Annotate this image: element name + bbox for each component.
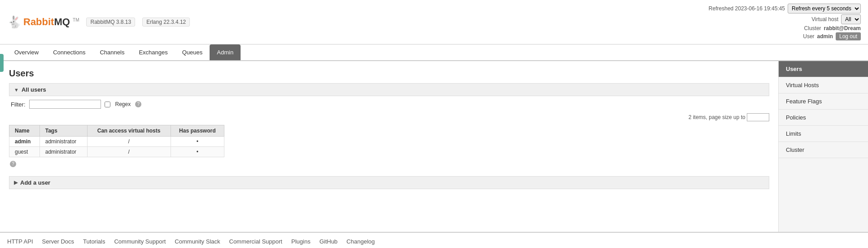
nav-connections[interactable]: Connections: [46, 44, 92, 60]
footer-link-community-slack[interactable]: Community Slack: [175, 238, 220, 245]
sidebar-item-cluster[interactable]: Cluster: [779, 142, 868, 158]
user-password-guest: •: [171, 147, 224, 157]
pagination-info: 2 items, page size up to 100: [9, 113, 769, 121]
regex-checkbox[interactable]: [105, 102, 110, 107]
col-has-password: Has password: [171, 125, 224, 137]
user-value: admin: [817, 33, 833, 40]
user-tags-admin: administrator: [39, 137, 87, 147]
rabbit-icon: 🐇: [7, 15, 22, 29]
regex-help-icon[interactable]: ?: [135, 101, 141, 107]
filter-label: Filter:: [11, 101, 26, 108]
sidebar-item-users[interactable]: Users: [779, 61, 868, 77]
all-users-section-header[interactable]: ▼ All users: [9, 83, 769, 96]
footer-link-commercial-support[interactable]: Commercial Support: [229, 238, 283, 245]
nav-queues[interactable]: Queues: [175, 44, 210, 60]
col-virtual-hosts: Can access virtual hosts: [87, 125, 171, 137]
add-user-label: Add a user: [20, 179, 50, 186]
user-name-guest[interactable]: guest: [9, 147, 40, 157]
col-tags: Tags: [39, 125, 87, 137]
footer-link-tutorials[interactable]: Tutorials: [83, 238, 105, 245]
page-size-input[interactable]: 100: [747, 113, 769, 121]
footer-link-plugins[interactable]: Plugins: [291, 238, 311, 245]
nav-overview[interactable]: Overview: [7, 44, 46, 60]
user-vhosts-admin: /: [87, 137, 171, 147]
nav-exchanges[interactable]: Exchanges: [132, 44, 175, 60]
col-name: Name: [9, 125, 40, 137]
collapse-arrow-icon: ▼: [14, 87, 19, 93]
virtual-host-select[interactable]: All: [841, 14, 861, 24]
user-password-admin: •: [171, 137, 224, 147]
user-tags-guest: administrator: [39, 147, 87, 157]
erlang-version: Erlang 22.3.4.12: [142, 18, 190, 27]
users-table: Name Tags Can access virtual hosts Has p…: [9, 125, 224, 157]
footer-link-changelog[interactable]: Changelog: [346, 238, 375, 245]
refreshed-timestamp: Refreshed 2023-06-16 19:45:45: [709, 5, 785, 12]
footer-link-http-api[interactable]: HTTP API: [7, 238, 33, 245]
cluster-value: rabbit@Dream: [824, 25, 861, 31]
table-row[interactable]: admin administrator / •: [9, 137, 224, 147]
add-user-section-header[interactable]: ▶ Add a user: [9, 176, 769, 189]
table-help-icon[interactable]: ?: [10, 161, 16, 167]
footer-link-community-support[interactable]: Community Support: [114, 238, 166, 245]
rabbitmq-version: RabbitMQ 3.8.13: [86, 18, 135, 27]
trademark: TM: [73, 18, 79, 22]
table-row[interactable]: guest administrator / •: [9, 147, 224, 157]
page-title: Users: [9, 68, 769, 79]
filter-input[interactable]: [29, 100, 101, 109]
logo: 🐇 RabbitMQ TM: [7, 15, 79, 29]
footer-link-server-docs[interactable]: Server Docs: [42, 238, 75, 245]
nav-admin[interactable]: Admin: [210, 44, 241, 60]
sidebar-item-feature-flags[interactable]: Feature Flags: [779, 93, 868, 110]
sidebar-item-policies[interactable]: Policies: [779, 110, 868, 126]
expand-arrow-icon: ▶: [14, 180, 18, 186]
all-users-label: All users: [22, 86, 46, 93]
logo-text: RabbitMQ TM: [23, 16, 79, 28]
sidebar-item-virtual-hosts[interactable]: Virtual Hosts: [779, 77, 868, 93]
user-vhosts-guest: /: [87, 147, 171, 157]
regex-label: Regex: [115, 101, 131, 107]
sidebar-item-limits[interactable]: Limits: [779, 126, 868, 142]
refresh-interval-select[interactable]: Refresh every 5 seconds Every 10 seconds…: [788, 4, 861, 13]
nav-channels[interactable]: Channels: [92, 44, 132, 60]
logout-button[interactable]: Log out: [836, 32, 861, 40]
virtual-host-label: Virtual host: [811, 16, 838, 22]
cluster-label: Cluster: [804, 25, 821, 31]
user-label: User: [803, 33, 814, 40]
footer-link-github[interactable]: GitHub: [320, 238, 338, 245]
user-name-admin[interactable]: admin: [9, 137, 40, 147]
